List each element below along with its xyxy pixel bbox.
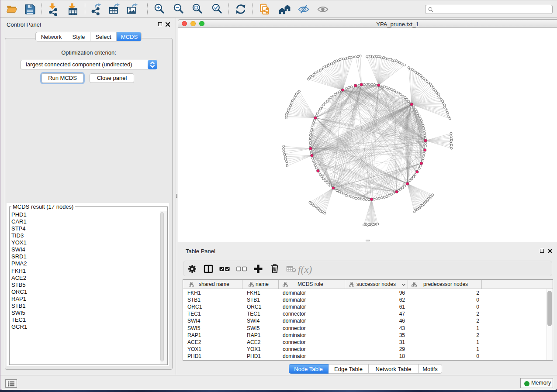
svg-text:f(x): f(x) (298, 264, 312, 275)
